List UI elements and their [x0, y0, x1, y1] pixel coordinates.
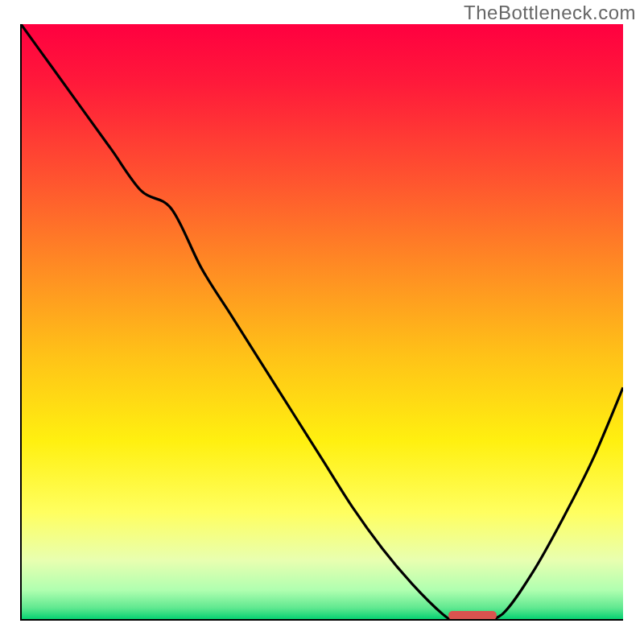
optimal-range-marker: [448, 611, 497, 620]
chart-background: [21, 24, 623, 620]
bottleneck-chart: [0, 0, 644, 644]
watermark-text: TheBottleneck.com: [464, 2, 636, 24]
